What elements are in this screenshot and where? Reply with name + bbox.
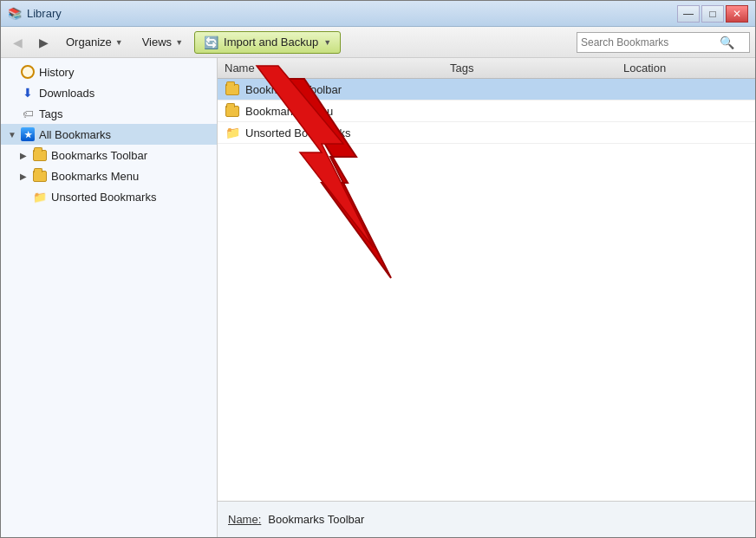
import-backup-chevron-icon: ▼ bbox=[323, 38, 331, 47]
main-area: History ⬇ Downloads 🏷 Tags ▼ bbox=[1, 58, 755, 537]
import-backup-label: Import and Backup bbox=[224, 36, 318, 49]
title-controls: — □ ✕ bbox=[677, 5, 748, 23]
sidebar-label-tags: Tags bbox=[39, 107, 62, 120]
sidebar: History ⬇ Downloads 🏷 Tags ▼ bbox=[1, 58, 218, 537]
row-name-menu: Bookmarks Menu bbox=[245, 105, 453, 118]
sidebar-item-tags[interactable]: 🏷 Tags bbox=[1, 103, 217, 124]
import-backup-button[interactable]: 🔄 Import and Backup ▼ bbox=[194, 31, 341, 54]
expand-arrow-bookmarks-toolbar: ▶ bbox=[20, 151, 32, 160]
organize-label: Organize bbox=[66, 36, 112, 49]
window-title: Library bbox=[27, 7, 62, 20]
sidebar-label-unsorted: Unsorted Bookmarks bbox=[51, 191, 156, 204]
sidebar-label-bookmarks-menu: Bookmarks Menu bbox=[51, 170, 139, 183]
row-name-toolbar: Bookmarks Toolbar bbox=[245, 83, 453, 96]
organize-button[interactable]: Organize ▼ bbox=[58, 31, 131, 54]
bookmarks-toolbar-folder-icon bbox=[32, 147, 48, 163]
maximize-button[interactable]: □ bbox=[701, 5, 724, 23]
table-row[interactable]: 📁 Unsorted Bookmarks bbox=[218, 122, 755, 144]
title-bar-left: 📚 Library bbox=[8, 7, 62, 21]
sidebar-label-downloads: Downloads bbox=[39, 87, 94, 100]
downloads-icon: ⬇ bbox=[20, 85, 36, 100]
row-icon-unsorted: 📁 bbox=[225, 125, 240, 140]
tags-icon: 🏷 bbox=[20, 106, 36, 121]
close-button[interactable]: ✕ bbox=[726, 5, 748, 23]
sidebar-item-downloads[interactable]: ⬇ Downloads bbox=[1, 82, 217, 103]
expand-arrow-bookmarks-menu: ▶ bbox=[20, 172, 32, 181]
table-header: Name Tags Location bbox=[218, 58, 755, 79]
expand-arrow-all-bookmarks: ▼ bbox=[8, 130, 20, 139]
sidebar-label-all-bookmarks: All Bookmarks bbox=[39, 128, 111, 141]
library-window: 📚 Library — □ ✕ ◀ ▶ Organize ▼ Views ▼ 🔄… bbox=[0, 0, 756, 538]
row-name-unsorted: Unsorted Bookmarks bbox=[245, 126, 453, 139]
table-body: Bookmarks Toolbar Bookmarks Menu bbox=[218, 79, 755, 501]
minimize-button[interactable]: — bbox=[677, 5, 700, 23]
views-label: Views bbox=[142, 36, 172, 49]
row-icon-menu bbox=[225, 103, 240, 119]
sidebar-item-all-bookmarks[interactable]: ▼ ★ All Bookmarks bbox=[1, 124, 217, 145]
table-row[interactable]: Bookmarks Menu bbox=[218, 100, 755, 122]
views-button[interactable]: Views ▼ bbox=[134, 31, 191, 54]
views-chevron-icon: ▼ bbox=[175, 38, 183, 47]
history-icon bbox=[20, 64, 36, 80]
forward-button[interactable]: ▶ bbox=[32, 31, 55, 54]
table-row[interactable]: Bookmarks Toolbar bbox=[218, 79, 755, 100]
all-bookmarks-icon: ★ bbox=[20, 126, 36, 142]
name-value: Bookmarks Toolbar bbox=[268, 513, 364, 526]
search-icon: 🔍 bbox=[720, 36, 734, 49]
col-name-header: Name bbox=[225, 62, 450, 75]
organize-chevron-icon: ▼ bbox=[115, 38, 123, 47]
sidebar-label-bookmarks-toolbar: Bookmarks Toolbar bbox=[51, 149, 147, 162]
bottom-panel: Name: Bookmarks Toolbar bbox=[218, 501, 755, 537]
row-icon-toolbar bbox=[225, 81, 240, 97]
toolbar: ◀ ▶ Organize ▼ Views ▼ 🔄 Import and Back… bbox=[1, 27, 755, 58]
title-bar: 📚 Library — □ ✕ bbox=[1, 1, 755, 27]
window-icon: 📚 bbox=[8, 7, 22, 21]
sidebar-item-unsorted-bookmarks[interactable]: 📁 Unsorted Bookmarks bbox=[1, 186, 217, 207]
bookmarks-menu-folder-icon bbox=[32, 168, 48, 184]
content-area: Name Tags Location Bookmarks Toolbar bbox=[218, 58, 755, 537]
sidebar-item-bookmarks-toolbar[interactable]: ▶ Bookmarks Toolbar bbox=[1, 145, 217, 165]
sidebar-item-bookmarks-menu[interactable]: ▶ Bookmarks Menu bbox=[1, 165, 217, 186]
import-backup-icon: 🔄 bbox=[204, 36, 218, 49]
col-tags-header: Tags bbox=[450, 62, 623, 75]
search-input[interactable] bbox=[581, 36, 720, 49]
back-button[interactable]: ◀ bbox=[6, 31, 29, 54]
sidebar-item-history[interactable]: History bbox=[1, 62, 217, 82]
search-bar: 🔍 bbox=[577, 32, 750, 53]
name-label: Name: bbox=[228, 513, 261, 526]
col-location-header: Location bbox=[623, 62, 748, 75]
unsorted-bookmarks-icon: 📁 bbox=[32, 189, 48, 204]
sidebar-label-history: History bbox=[39, 66, 74, 79]
